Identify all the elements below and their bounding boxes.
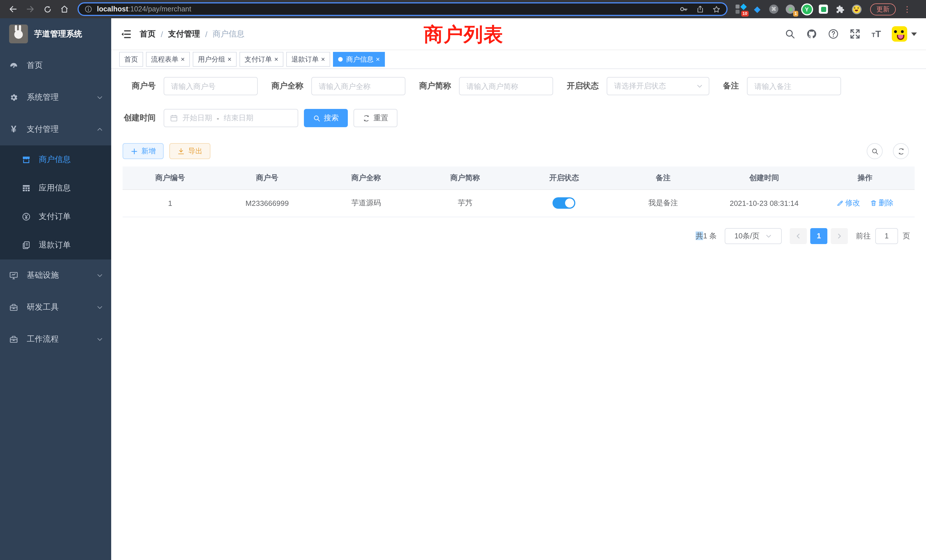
selected-text: 共 (696, 231, 703, 240)
tag-close-icon[interactable]: × (181, 56, 185, 63)
breadcrumb-home[interactable]: 首页 (140, 29, 156, 39)
tag-user-group[interactable]: 用户分组× (193, 52, 237, 67)
tag-home[interactable]: 首页 (119, 52, 143, 67)
sidebar-item-system[interactable]: 系统管理 (0, 82, 111, 114)
trash-icon (870, 200, 877, 206)
page-size-select[interactable]: 10条/页 (725, 228, 782, 244)
extension-chat-icon[interactable] (818, 4, 829, 14)
full-name-input[interactable] (311, 77, 406, 95)
sidebar-item-payment[interactable]: ¥ 支付管理 (0, 114, 111, 145)
header-search-icon[interactable] (785, 29, 796, 39)
extension-yudao-icon[interactable]: Y (802, 4, 812, 14)
user-avatar[interactable] (892, 26, 907, 42)
short-name-input[interactable] (459, 77, 553, 95)
create-time-range-picker[interactable]: 开始日期 - 结束日期 (163, 109, 298, 127)
tag-process-form[interactable]: 流程表单× (146, 52, 190, 67)
extension-badge: 10 (741, 11, 749, 17)
hamburger-icon[interactable] (120, 28, 132, 39)
profile-avatar-icon[interactable] (851, 4, 862, 14)
bookmark-star-icon[interactable] (712, 5, 721, 14)
extension-gem-icon[interactable]: ◆ (752, 4, 763, 14)
sidebar-item-app-info[interactable]: 应用信息 (0, 174, 111, 203)
tag-close-icon[interactable]: × (227, 56, 232, 63)
browser-home-button[interactable] (57, 2, 71, 16)
github-icon[interactable] (806, 29, 817, 39)
col-create-time: 创建时间 (713, 166, 816, 189)
tag-close-icon[interactable]: × (376, 56, 380, 63)
col-merchant-no: 商户号 (218, 166, 316, 189)
export-button[interactable]: 导出 (169, 143, 210, 159)
tag-pay-order[interactable]: 支付订单× (239, 52, 283, 67)
extensions-area: 10 ◆ ⌘ 1 Y 更新 ⋮ (735, 3, 910, 15)
create-time-label: 创建时间 (123, 113, 156, 123)
col-full-name: 商户全称 (317, 166, 416, 189)
chrome-update-button[interactable]: 更新 (870, 3, 896, 15)
logo-rabbit-avatar (9, 24, 28, 43)
font-size-icon[interactable]: TT (872, 29, 881, 39)
select-caret-icon (765, 232, 772, 239)
refresh-table-button[interactable] (893, 143, 909, 159)
browser-menu-kebab-icon[interactable]: ⋮ (903, 5, 910, 14)
sidebar-item-dev-tools[interactable]: 研发工具 (0, 291, 111, 323)
gear-icon (9, 93, 18, 102)
site-info-icon[interactable] (85, 5, 92, 13)
goto-page-input[interactable] (875, 228, 898, 244)
next-page-button[interactable] (831, 228, 848, 244)
extension-devtools-icon[interactable]: 10 (735, 4, 746, 14)
browser-forward-button[interactable] (23, 2, 37, 16)
merchant-no-input[interactable] (163, 77, 258, 95)
tag-close-icon[interactable]: × (321, 56, 325, 63)
extension-command-icon[interactable]: ⌘ (769, 4, 779, 14)
extension-recorder-icon[interactable]: 1 (785, 4, 796, 14)
yen-circle-icon (22, 212, 31, 221)
password-key-icon[interactable] (679, 5, 688, 14)
help-icon[interactable] (828, 29, 839, 39)
cell-full-name: 芋道源码 (317, 189, 416, 217)
browser-back-button[interactable] (6, 2, 20, 16)
sidebar-item-pay-order[interactable]: 支付订单 (0, 203, 111, 231)
grid-icon (22, 184, 31, 193)
toggle-search-button[interactable] (867, 143, 883, 159)
breadcrumb-payment[interactable]: 支付管理 (168, 29, 200, 39)
sidebar-item-home[interactable]: 首页 (0, 50, 111, 82)
annotation-overlay: 商户列表 (424, 22, 504, 48)
status-toggle[interactable] (553, 197, 576, 209)
search-button[interactable]: 搜索 (304, 109, 348, 127)
breadcrumb: 首页 / 支付管理 / 商户信息 (140, 29, 245, 39)
add-button[interactable]: 新增 (123, 143, 163, 159)
briefcase-icon (9, 335, 18, 344)
fullscreen-icon[interactable] (850, 29, 861, 39)
sidebar-item-merchant-info[interactable]: 商户信息 (0, 145, 111, 174)
tag-merchant-info[interactable]: 商户信息× (333, 52, 385, 67)
sidebar-logo[interactable]: 芋道管理系统 (0, 18, 111, 50)
address-bar[interactable]: localhost:1024/pay/merchant (77, 2, 728, 16)
sidebar-item-workflow[interactable]: 工作流程 (0, 323, 111, 355)
url-path: :1024/pay/merchant (128, 5, 191, 13)
delete-link[interactable]: 删除 (870, 198, 894, 208)
status-label: 开启状态 (567, 81, 599, 91)
browser-reload-button[interactable] (41, 2, 54, 16)
edit-icon (837, 200, 844, 206)
edit-link[interactable]: 修改 (837, 198, 860, 208)
shop-icon (22, 155, 31, 164)
share-icon[interactable] (696, 5, 704, 13)
tag-close-icon[interactable]: × (274, 56, 278, 63)
tag-refund-order[interactable]: 退款订单× (286, 52, 330, 67)
pagination: 共1 条 10条/页 1 前往 页 (123, 228, 915, 244)
monitor-icon (9, 271, 18, 280)
remark-input[interactable] (747, 77, 841, 95)
reset-button[interactable]: 重置 (354, 109, 398, 127)
user-avatar-group[interactable] (892, 26, 917, 42)
extensions-puzzle-icon[interactable] (835, 4, 845, 14)
status-select[interactable]: 请选择开启状态 (607, 77, 709, 95)
chevron-left-icon (795, 232, 802, 239)
prev-page-button[interactable] (790, 228, 807, 244)
avatar-caret-down-icon (911, 32, 917, 36)
documents-icon (22, 241, 31, 250)
sidebar-item-infrastructure[interactable]: 基础设施 (0, 259, 111, 291)
search-icon (871, 147, 878, 155)
page-number-button[interactable]: 1 (810, 228, 828, 244)
top-navbar: 首页 / 支付管理 / 商户信息 TT (111, 18, 926, 50)
sidebar: 芋道管理系统 首页 系统管理 ¥ 支付管理 商户信息 (0, 18, 111, 560)
sidebar-item-refund-order[interactable]: 退款订单 (0, 231, 111, 259)
